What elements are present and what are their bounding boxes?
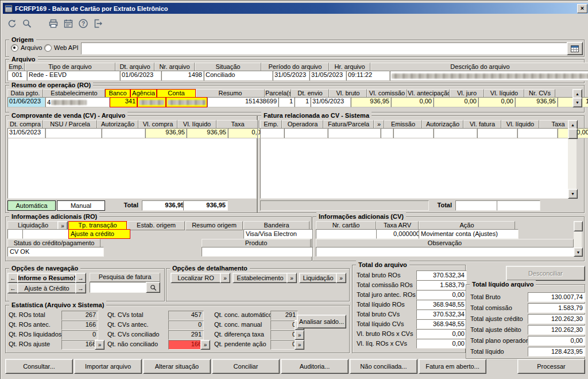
localizar-ro-more-button[interactable]: » xyxy=(220,273,230,283)
diferenca-taxa-more-button[interactable]: » xyxy=(295,330,304,340)
conciliar-button[interactable]: Conciliar xyxy=(212,359,280,374)
origem-input[interactable] xyxy=(81,42,568,55)
vl-comissao-cell: 0,00 xyxy=(391,97,434,107)
liquidacao-more-button[interactable]: » xyxy=(336,273,346,283)
resumo-ro-title: Resumo de operação (RO) xyxy=(9,81,93,89)
toolbar: ? xyxy=(5,17,105,30)
arquivo-table-row[interactable]: 001 Rede - EEVD 01/06/2023 1498 Concilia… xyxy=(7,71,588,81)
observacao-field[interactable] xyxy=(316,247,577,257)
detalhamento-title: Opções de detalhamento xyxy=(170,264,250,272)
stat-value: 166 xyxy=(61,320,98,330)
scroll-down-button[interactable]: ▼ xyxy=(572,98,582,107)
search-icon[interactable] xyxy=(20,17,34,30)
scrollbar-thumb[interactable] xyxy=(568,129,578,139)
calendar-icon[interactable] xyxy=(61,17,75,30)
total-label: Total Bruto xyxy=(470,293,501,301)
alterar-situacao-button[interactable]: Alterar situação xyxy=(143,359,211,374)
emissao-cell xyxy=(393,128,434,138)
consultar-button[interactable]: Consultar... xyxy=(5,359,73,374)
total-label: Total ajuste débito xyxy=(470,326,521,334)
origem-grid-button[interactable] xyxy=(567,42,583,55)
processar-button[interactable]: Processar xyxy=(517,359,585,374)
analisar-saldo-button[interactable]: Analisar saldo... xyxy=(297,315,346,328)
importar-arquivo-button[interactable]: Importar arquivo xyxy=(74,359,142,374)
vl-bruto-cell: 936,95 xyxy=(351,97,391,107)
cv-table-row[interactable]: 31/05/2023 936,95 936,95 0,0000 xyxy=(7,128,273,138)
fatura-table-row[interactable]: 0,0000 xyxy=(260,128,588,138)
pesquisa-fatura-header[interactable]: Pesquisa de fatura xyxy=(90,273,160,282)
fatura-em-aberto-button[interactable]: Fatura em aberto... xyxy=(419,359,486,374)
redacted-text xyxy=(51,100,87,105)
automatica-button[interactable]: Automática xyxy=(7,200,56,211)
manual-button[interactable]: Manual xyxy=(57,200,105,211)
stat-value: 457 xyxy=(168,311,204,320)
total-value-field: 130.007,74 xyxy=(528,292,585,302)
vl-fatura-cell xyxy=(477,128,517,138)
pendente-acao-more-button[interactable]: » xyxy=(295,340,304,350)
status-credito-field: CV OK xyxy=(7,247,104,257)
resumo-ro-table-row[interactable]: 01/06/2023 4 341 151438699 1 1 31/05/202… xyxy=(7,97,588,107)
down-arrow-icon: ▼ xyxy=(575,100,579,105)
next-filtro-button[interactable]: → xyxy=(75,283,86,293)
scrollbar-thumb[interactable] xyxy=(574,221,583,231)
stat-value: 291 xyxy=(168,330,204,340)
nao-conciliada-button[interactable]: Não conciliada... xyxy=(350,359,417,374)
left-arrow-icon: ← xyxy=(10,285,16,292)
nr-arquivo-cell: 1498 xyxy=(161,71,204,81)
total-label: Total comissão ROs xyxy=(357,281,413,289)
redacted-text xyxy=(168,100,206,105)
total-value-field: 120.262,30 xyxy=(528,325,585,335)
resumo-origem-header[interactable]: Resumo origem xyxy=(185,221,243,230)
stat-label: Qt. CVs total xyxy=(107,311,143,319)
total-label: Vl. líq. ROs x CVs xyxy=(357,340,407,347)
liquidacao-button[interactable]: Liquidação xyxy=(299,273,337,283)
estabelecimento-more-button[interactable]: » xyxy=(287,273,297,283)
app-icon xyxy=(5,5,13,13)
info-cv-title: Informações adicionais (CV) xyxy=(316,212,406,221)
liquidacao-field-2[interactable] xyxy=(22,229,71,239)
cv-list-area[interactable] xyxy=(7,128,257,199)
pesquisa-fatura-button[interactable] xyxy=(146,282,160,293)
pesquisa-fatura-input[interactable] xyxy=(90,282,149,293)
exit-icon[interactable] xyxy=(91,17,105,30)
svg-text:?: ? xyxy=(82,21,85,27)
arquivo-title: Arquivo xyxy=(9,55,38,63)
stat-label: Qt. diferença taxa xyxy=(214,331,264,338)
acao-field: Movimentar conta (Ajustes) xyxy=(419,229,519,239)
print-icon[interactable] xyxy=(47,17,60,30)
scroll-down-button[interactable]: ▼ xyxy=(568,189,578,199)
estab-origem-header[interactable]: Estab. origem xyxy=(127,221,185,230)
localizar-ro-button[interactable]: Localizar RO xyxy=(171,273,221,283)
origem-radio-arquivo[interactable]: Arquivo xyxy=(11,44,42,52)
estatistica-title: Estatística (Arquivo x Sistema) xyxy=(9,301,106,309)
fatura-list-area[interactable] xyxy=(260,128,571,199)
window-title: FCRFP169 - Baixa de Cartão por Extrato E… xyxy=(15,5,168,12)
stat-label: Qt. CVs antec. xyxy=(107,321,149,328)
close-button[interactable]: × xyxy=(577,4,587,13)
desconciliar-button[interactable]: Desconciliar xyxy=(506,266,585,281)
filtro-ajuste-button[interactable]: Ajuste à Crédito xyxy=(17,283,76,293)
ros-ajuste-more-button[interactable]: » xyxy=(95,340,105,350)
scroll-down-button[interactable]: ▼ xyxy=(574,247,583,257)
periodo-inicio-cell: 31/05/2023 xyxy=(273,71,310,81)
title-bar[interactable]: FCRFP169 - Baixa de Cartão por Extrato E… xyxy=(3,3,588,14)
dt-compra-cell: 31/05/2023 xyxy=(7,128,45,138)
help-icon[interactable]: ? xyxy=(76,17,90,30)
refresh-icon[interactable] xyxy=(5,17,19,30)
total-label: Total juro antec. ROs xyxy=(357,291,416,299)
nao-conciliado-more-button[interactable]: » xyxy=(200,340,210,350)
redacted-text xyxy=(139,100,164,105)
vl-liquido-cell: 936,95 xyxy=(187,128,228,138)
origem-radio-webapi[interactable]: Web API xyxy=(44,44,79,52)
total-label: Total ajuste crédito xyxy=(470,315,523,323)
next-resumo-button[interactable]: → xyxy=(75,273,86,283)
auditoria-button[interactable]: Auditoria... xyxy=(281,359,349,374)
total-label: Total bruto CVs xyxy=(357,311,400,318)
vl-liquido-cell: 936,95 xyxy=(515,97,558,107)
cv-arquivo-title: Comprovante de venda (CV) - Arquivo xyxy=(9,111,127,119)
estabelecimento-button[interactable]: Estabelecimento xyxy=(233,273,288,283)
nr-cartao-field[interactable] xyxy=(316,229,380,239)
total-value-field: 368.948,55 xyxy=(416,319,467,329)
informe-resumo-button[interactable]: Informe o Resumo! xyxy=(17,273,76,283)
vl-liquido-cell xyxy=(517,128,558,138)
